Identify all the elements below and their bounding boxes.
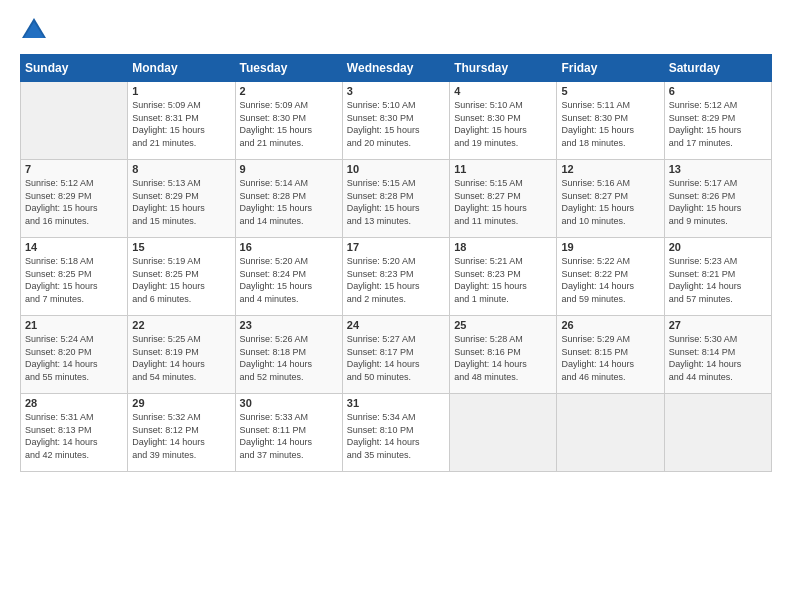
calendar-cell: 28Sunrise: 5:31 AM Sunset: 8:13 PM Dayli… (21, 394, 128, 472)
day-number: 22 (132, 319, 230, 331)
day-info: Sunrise: 5:27 AM Sunset: 8:17 PM Dayligh… (347, 333, 445, 383)
calendar-week-row: 28Sunrise: 5:31 AM Sunset: 8:13 PM Dayli… (21, 394, 772, 472)
day-info: Sunrise: 5:29 AM Sunset: 8:15 PM Dayligh… (561, 333, 659, 383)
calendar-week-row: 1Sunrise: 5:09 AM Sunset: 8:31 PM Daylig… (21, 82, 772, 160)
day-info: Sunrise: 5:17 AM Sunset: 8:26 PM Dayligh… (669, 177, 767, 227)
day-info: Sunrise: 5:10 AM Sunset: 8:30 PM Dayligh… (347, 99, 445, 149)
day-number: 12 (561, 163, 659, 175)
calendar-cell: 3Sunrise: 5:10 AM Sunset: 8:30 PM Daylig… (342, 82, 449, 160)
calendar-cell: 26Sunrise: 5:29 AM Sunset: 8:15 PM Dayli… (557, 316, 664, 394)
header-row: SundayMondayTuesdayWednesdayThursdayFrid… (21, 55, 772, 82)
day-number: 29 (132, 397, 230, 409)
calendar-cell: 6Sunrise: 5:12 AM Sunset: 8:29 PM Daylig… (664, 82, 771, 160)
day-of-week-header: Tuesday (235, 55, 342, 82)
calendar-cell: 7Sunrise: 5:12 AM Sunset: 8:29 PM Daylig… (21, 160, 128, 238)
day-number: 30 (240, 397, 338, 409)
day-of-week-header: Saturday (664, 55, 771, 82)
day-info: Sunrise: 5:15 AM Sunset: 8:27 PM Dayligh… (454, 177, 552, 227)
day-number: 23 (240, 319, 338, 331)
calendar-cell: 14Sunrise: 5:18 AM Sunset: 8:25 PM Dayli… (21, 238, 128, 316)
calendar-cell: 18Sunrise: 5:21 AM Sunset: 8:23 PM Dayli… (450, 238, 557, 316)
calendar-cell: 21Sunrise: 5:24 AM Sunset: 8:20 PM Dayli… (21, 316, 128, 394)
day-info: Sunrise: 5:30 AM Sunset: 8:14 PM Dayligh… (669, 333, 767, 383)
day-number: 10 (347, 163, 445, 175)
day-info: Sunrise: 5:18 AM Sunset: 8:25 PM Dayligh… (25, 255, 123, 305)
calendar-cell: 31Sunrise: 5:34 AM Sunset: 8:10 PM Dayli… (342, 394, 449, 472)
day-info: Sunrise: 5:22 AM Sunset: 8:22 PM Dayligh… (561, 255, 659, 305)
day-info: Sunrise: 5:25 AM Sunset: 8:19 PM Dayligh… (132, 333, 230, 383)
day-info: Sunrise: 5:10 AM Sunset: 8:30 PM Dayligh… (454, 99, 552, 149)
day-number: 4 (454, 85, 552, 97)
calendar-cell (557, 394, 664, 472)
day-info: Sunrise: 5:33 AM Sunset: 8:11 PM Dayligh… (240, 411, 338, 461)
calendar-cell: 10Sunrise: 5:15 AM Sunset: 8:28 PM Dayli… (342, 160, 449, 238)
calendar-cell: 11Sunrise: 5:15 AM Sunset: 8:27 PM Dayli… (450, 160, 557, 238)
day-number: 27 (669, 319, 767, 331)
calendar-cell: 9Sunrise: 5:14 AM Sunset: 8:28 PM Daylig… (235, 160, 342, 238)
logo-icon (20, 16, 48, 44)
calendar-cell: 4Sunrise: 5:10 AM Sunset: 8:30 PM Daylig… (450, 82, 557, 160)
calendar-cell: 27Sunrise: 5:30 AM Sunset: 8:14 PM Dayli… (664, 316, 771, 394)
day-info: Sunrise: 5:12 AM Sunset: 8:29 PM Dayligh… (669, 99, 767, 149)
day-number: 26 (561, 319, 659, 331)
day-info: Sunrise: 5:26 AM Sunset: 8:18 PM Dayligh… (240, 333, 338, 383)
calendar-table: SundayMondayTuesdayWednesdayThursdayFrid… (20, 54, 772, 472)
day-number: 2 (240, 85, 338, 97)
day-number: 5 (561, 85, 659, 97)
day-info: Sunrise: 5:21 AM Sunset: 8:23 PM Dayligh… (454, 255, 552, 305)
calendar-week-row: 21Sunrise: 5:24 AM Sunset: 8:20 PM Dayli… (21, 316, 772, 394)
day-info: Sunrise: 5:32 AM Sunset: 8:12 PM Dayligh… (132, 411, 230, 461)
calendar-cell: 23Sunrise: 5:26 AM Sunset: 8:18 PM Dayli… (235, 316, 342, 394)
day-number: 17 (347, 241, 445, 253)
day-number: 20 (669, 241, 767, 253)
day-info: Sunrise: 5:15 AM Sunset: 8:28 PM Dayligh… (347, 177, 445, 227)
calendar-week-row: 14Sunrise: 5:18 AM Sunset: 8:25 PM Dayli… (21, 238, 772, 316)
day-of-week-header: Sunday (21, 55, 128, 82)
calendar-cell: 1Sunrise: 5:09 AM Sunset: 8:31 PM Daylig… (128, 82, 235, 160)
calendar-cell: 17Sunrise: 5:20 AM Sunset: 8:23 PM Dayli… (342, 238, 449, 316)
calendar-cell: 12Sunrise: 5:16 AM Sunset: 8:27 PM Dayli… (557, 160, 664, 238)
day-info: Sunrise: 5:34 AM Sunset: 8:10 PM Dayligh… (347, 411, 445, 461)
day-info: Sunrise: 5:13 AM Sunset: 8:29 PM Dayligh… (132, 177, 230, 227)
day-info: Sunrise: 5:19 AM Sunset: 8:25 PM Dayligh… (132, 255, 230, 305)
day-number: 25 (454, 319, 552, 331)
calendar-cell: 20Sunrise: 5:23 AM Sunset: 8:21 PM Dayli… (664, 238, 771, 316)
day-of-week-header: Friday (557, 55, 664, 82)
logo (20, 16, 50, 44)
day-of-week-header: Wednesday (342, 55, 449, 82)
calendar-cell: 30Sunrise: 5:33 AM Sunset: 8:11 PM Dayli… (235, 394, 342, 472)
header (20, 16, 772, 44)
calendar-cell (450, 394, 557, 472)
day-info: Sunrise: 5:09 AM Sunset: 8:30 PM Dayligh… (240, 99, 338, 149)
day-number: 15 (132, 241, 230, 253)
calendar-cell: 22Sunrise: 5:25 AM Sunset: 8:19 PM Dayli… (128, 316, 235, 394)
calendar-cell: 5Sunrise: 5:11 AM Sunset: 8:30 PM Daylig… (557, 82, 664, 160)
day-number: 21 (25, 319, 123, 331)
day-info: Sunrise: 5:11 AM Sunset: 8:30 PM Dayligh… (561, 99, 659, 149)
day-info: Sunrise: 5:28 AM Sunset: 8:16 PM Dayligh… (454, 333, 552, 383)
day-number: 1 (132, 85, 230, 97)
day-info: Sunrise: 5:16 AM Sunset: 8:27 PM Dayligh… (561, 177, 659, 227)
day-number: 16 (240, 241, 338, 253)
day-number: 31 (347, 397, 445, 409)
calendar-cell: 25Sunrise: 5:28 AM Sunset: 8:16 PM Dayli… (450, 316, 557, 394)
day-of-week-header: Monday (128, 55, 235, 82)
day-number: 7 (25, 163, 123, 175)
day-info: Sunrise: 5:20 AM Sunset: 8:24 PM Dayligh… (240, 255, 338, 305)
calendar-week-row: 7Sunrise: 5:12 AM Sunset: 8:29 PM Daylig… (21, 160, 772, 238)
calendar-cell (21, 82, 128, 160)
calendar-cell: 13Sunrise: 5:17 AM Sunset: 8:26 PM Dayli… (664, 160, 771, 238)
day-number: 28 (25, 397, 123, 409)
day-info: Sunrise: 5:20 AM Sunset: 8:23 PM Dayligh… (347, 255, 445, 305)
day-number: 6 (669, 85, 767, 97)
day-info: Sunrise: 5:23 AM Sunset: 8:21 PM Dayligh… (669, 255, 767, 305)
day-info: Sunrise: 5:09 AM Sunset: 8:31 PM Dayligh… (132, 99, 230, 149)
calendar-cell: 29Sunrise: 5:32 AM Sunset: 8:12 PM Dayli… (128, 394, 235, 472)
day-info: Sunrise: 5:14 AM Sunset: 8:28 PM Dayligh… (240, 177, 338, 227)
calendar-cell: 19Sunrise: 5:22 AM Sunset: 8:22 PM Dayli… (557, 238, 664, 316)
calendar-cell: 2Sunrise: 5:09 AM Sunset: 8:30 PM Daylig… (235, 82, 342, 160)
day-number: 24 (347, 319, 445, 331)
day-info: Sunrise: 5:12 AM Sunset: 8:29 PM Dayligh… (25, 177, 123, 227)
calendar-cell: 16Sunrise: 5:20 AM Sunset: 8:24 PM Dayli… (235, 238, 342, 316)
page: SundayMondayTuesdayWednesdayThursdayFrid… (0, 0, 792, 482)
